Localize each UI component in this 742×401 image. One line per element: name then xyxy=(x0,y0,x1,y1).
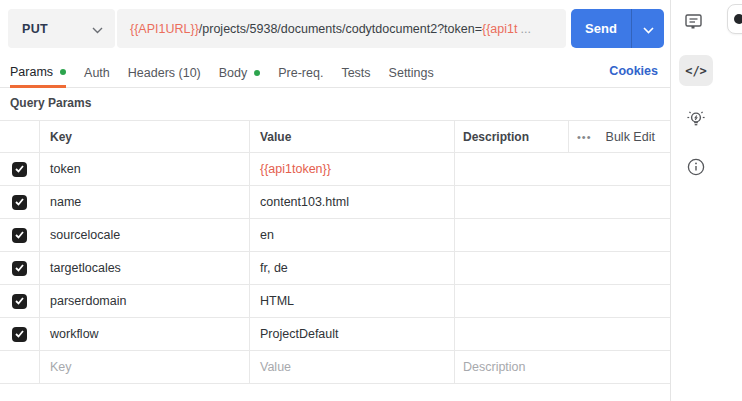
table-row: targetlocales fr, de xyxy=(0,252,670,285)
bulk-edit-button[interactable]: Bulk Edit xyxy=(606,130,655,144)
table-row: workflow ProjectDefault xyxy=(0,318,670,351)
tab-settings[interactable]: Settings xyxy=(389,58,434,87)
tab-label: Settings xyxy=(389,66,434,80)
cutoff-corner-button[interactable] xyxy=(727,4,742,34)
header-description: Description xyxy=(455,121,569,152)
tab-label: Headers (10) xyxy=(128,66,201,80)
url-path: /projects/5938/documents/codytdocument2?… xyxy=(199,22,482,36)
row-checkbox[interactable] xyxy=(12,327,27,342)
green-dot-icon xyxy=(254,70,260,76)
tab-label: Pre-req. xyxy=(278,66,323,80)
lightbulb-icon[interactable] xyxy=(684,107,708,131)
row-checkbox[interactable] xyxy=(12,162,27,177)
param-value-field[interactable]: en xyxy=(250,219,455,251)
chevron-down-icon xyxy=(92,20,103,38)
param-value-field[interactable]: ProjectDefault xyxy=(250,318,455,350)
send-button[interactable]: Send xyxy=(571,9,664,48)
param-description-field[interactable] xyxy=(455,285,670,317)
tab-auth[interactable]: Auth xyxy=(84,58,110,87)
param-description-field[interactable] xyxy=(455,252,670,284)
row-checkbox[interactable] xyxy=(12,261,27,276)
param-description-field[interactable] xyxy=(455,318,670,350)
param-description-field[interactable] xyxy=(455,219,670,251)
tab-label: Auth xyxy=(84,66,110,80)
table-row-empty: Key Value Description xyxy=(0,351,670,384)
param-value-field[interactable]: content103.html xyxy=(250,186,455,218)
param-description-field[interactable]: Description xyxy=(455,351,670,383)
param-key-field[interactable]: parserdomain xyxy=(40,285,250,317)
param-key-field[interactable]: workflow xyxy=(40,318,250,350)
code-icon[interactable]: </> xyxy=(679,55,713,86)
cookies-link[interactable]: Cookies xyxy=(609,64,658,78)
table-row: sourcelocale en xyxy=(0,219,670,252)
tab-pre-request[interactable]: Pre-req. xyxy=(278,58,323,87)
param-key-field[interactable]: token xyxy=(40,153,250,185)
cutoff-glyph-icon xyxy=(734,14,742,24)
row-checkbox[interactable] xyxy=(12,228,27,243)
query-params-table: Key Value Description ••• Bulk Edit toke… xyxy=(0,120,670,384)
param-value-field[interactable]: {{api1token}} xyxy=(250,153,455,185)
empty-check-cell xyxy=(0,351,40,383)
more-options-icon[interactable]: ••• xyxy=(577,131,592,143)
url-truncation: ... xyxy=(520,22,530,36)
chevron-down-icon xyxy=(643,20,654,38)
param-value-field[interactable]: fr, de xyxy=(250,252,455,284)
tab-label: Tests xyxy=(341,66,370,80)
url-variable-2: {{api1t xyxy=(482,22,517,36)
param-value-field[interactable]: HTML xyxy=(250,285,455,317)
url-variable: {{API1URL}} xyxy=(130,22,199,36)
param-value-field[interactable]: Value xyxy=(250,351,455,383)
param-key-field[interactable]: Key xyxy=(40,351,250,383)
green-dot-icon xyxy=(60,69,66,75)
header-tools: ••• Bulk Edit xyxy=(569,121,670,152)
row-checkbox[interactable] xyxy=(12,294,27,309)
method-label: PUT xyxy=(22,22,48,36)
tab-tests[interactable]: Tests xyxy=(341,58,370,87)
param-key-field[interactable]: targetlocales xyxy=(40,252,250,284)
row-checkbox[interactable] xyxy=(12,195,27,210)
request-tab-bar: Params Auth Headers (10) Body Pre-req. T… xyxy=(0,58,670,88)
code-glyph: </> xyxy=(685,64,707,78)
param-description-field[interactable] xyxy=(455,186,670,218)
url-input[interactable]: {{API1URL}}/projects/5938/documents/cody… xyxy=(117,9,566,48)
table-header-row: Key Value Description ••• Bulk Edit xyxy=(0,121,670,153)
tab-label: Body xyxy=(219,66,248,80)
param-key-field[interactable]: sourcelocale xyxy=(40,219,250,251)
send-button-label[interactable]: Send xyxy=(571,9,631,48)
panel-divider xyxy=(670,0,671,401)
table-row: token {{api1token}} xyxy=(0,153,670,186)
tab-body[interactable]: Body xyxy=(219,58,261,87)
table-row: parserdomain HTML xyxy=(0,285,670,318)
param-description-field[interactable] xyxy=(455,153,670,185)
header-check-cell xyxy=(0,121,40,152)
tab-headers[interactable]: Headers (10) xyxy=(128,58,201,87)
header-value: Value xyxy=(250,121,455,152)
header-key: Key xyxy=(40,121,250,152)
section-title: Query Params xyxy=(10,96,91,110)
table-row: name content103.html xyxy=(0,186,670,219)
param-key-field[interactable]: name xyxy=(40,186,250,218)
comment-icon[interactable] xyxy=(681,9,705,33)
tab-label: Params xyxy=(10,65,53,79)
tab-params[interactable]: Params xyxy=(10,58,66,88)
method-selector[interactable]: PUT xyxy=(8,9,115,48)
send-options-button[interactable] xyxy=(631,9,664,48)
info-icon[interactable] xyxy=(684,155,708,179)
